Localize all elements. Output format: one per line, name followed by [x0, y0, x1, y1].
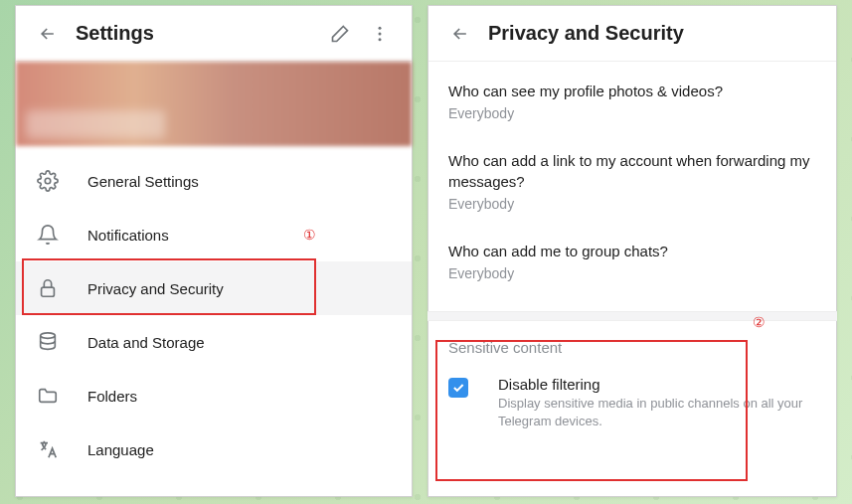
settings-panel: Settings General Settings Notifications …: [15, 5, 413, 497]
more-button[interactable]: [360, 14, 400, 54]
svg-point-0: [379, 26, 382, 29]
checkbox-label: Disable filtering: [498, 376, 816, 393]
svg-point-5: [41, 333, 56, 339]
svg-point-2: [379, 38, 382, 41]
annotation-label-1: ①: [303, 227, 316, 243]
more-vertical-icon: [370, 24, 390, 44]
privacy-options: Who can see my profile photos & videos? …: [428, 62, 836, 281]
sensitive-section-header: Sensitive content: [428, 321, 836, 366]
privacy-question: Who can add me to group chats?: [448, 242, 816, 261]
checkbox-description: Display sensitive media in public channe…: [498, 395, 816, 430]
menu-label: Notifications: [87, 227, 169, 244]
settings-menu: General Settings Notifications Privacy a…: [16, 146, 412, 476]
menu-label: Privacy and Security: [87, 280, 224, 297]
arrow-left-icon: [450, 24, 470, 44]
menu-item-data[interactable]: Data and Storage: [16, 315, 412, 369]
settings-header: Settings: [16, 6, 412, 62]
privacy-question: Who can add a link to my account when fo…: [448, 151, 816, 192]
privacy-panel: Privacy and Security Who can see my prof…: [427, 5, 837, 497]
menu-label: Data and Storage: [87, 334, 205, 351]
privacy-item-photos[interactable]: Who can see my profile photos & videos? …: [448, 82, 816, 121]
svg-point-1: [379, 32, 382, 35]
arrow-left-icon: [38, 24, 58, 44]
folder-icon: [36, 384, 60, 408]
privacy-value: Everybody: [448, 105, 816, 121]
gear-icon: [36, 169, 60, 193]
privacy-item-groups[interactable]: Who can add me to group chats? Everybody: [448, 242, 816, 281]
section-divider: [427, 311, 837, 321]
privacy-value: Everybody: [448, 265, 816, 281]
svg-point-3: [45, 178, 51, 184]
language-icon: [36, 437, 60, 461]
menu-item-folders[interactable]: Folders: [16, 369, 412, 422]
svg-rect-4: [42, 287, 55, 296]
disable-filtering-row[interactable]: Disable filtering Display sensitive medi…: [428, 366, 836, 450]
menu-item-language[interactable]: Language: [16, 422, 412, 476]
profile-banner[interactable]: [16, 62, 412, 146]
back-button[interactable]: [440, 14, 480, 54]
disk-icon: [36, 330, 60, 354]
menu-label: General Settings: [87, 173, 199, 190]
lock-icon: [36, 276, 60, 300]
menu-label: Folders: [87, 388, 137, 405]
privacy-value: Everybody: [448, 196, 816, 212]
privacy-title: Privacy and Security: [488, 22, 824, 45]
menu-item-general[interactable]: General Settings: [16, 154, 412, 208]
edit-button[interactable]: [320, 14, 360, 54]
menu-label: Language: [87, 441, 154, 458]
pencil-icon: [330, 24, 350, 44]
settings-title: Settings: [76, 22, 320, 45]
annotation-label-2: ②: [753, 314, 766, 330]
privacy-item-forward[interactable]: Who can add a link to my account when fo…: [448, 151, 816, 212]
back-button[interactable]: [28, 14, 68, 54]
menu-item-privacy[interactable]: Privacy and Security: [16, 261, 412, 315]
privacy-header: Privacy and Security: [428, 6, 836, 62]
bell-icon: [36, 223, 60, 247]
disable-filtering-checkbox[interactable]: [448, 378, 468, 398]
menu-item-notifications[interactable]: Notifications: [16, 208, 412, 261]
check-icon: [451, 381, 465, 395]
privacy-question: Who can see my profile photos & videos?: [448, 82, 816, 101]
